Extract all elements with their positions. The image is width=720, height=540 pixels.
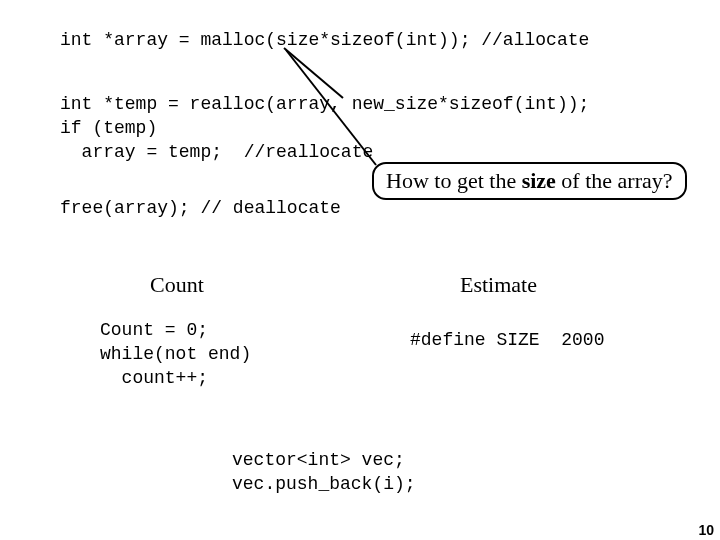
code-line-realloc-2: if (temp) <box>60 116 157 140</box>
code-vector-2: vec.push_back(i); <box>232 472 416 496</box>
svg-line-0 <box>284 48 343 98</box>
code-vector-1: vector<int> vec; <box>232 448 405 472</box>
code-estimate: #define SIZE 2000 <box>410 328 604 352</box>
callout-size-question: How to get the size of the array? <box>372 162 687 200</box>
code-line-realloc-3: array = temp; //reallocate <box>60 140 373 164</box>
page-number: 10 <box>698 522 714 538</box>
code-count-1: Count = 0; <box>100 318 208 342</box>
code-line-realloc-1: int *temp = realloc(array, new_size*size… <box>60 92 589 116</box>
callout-text-b: size <box>522 168 556 193</box>
callout-text-a: How to get the <box>386 168 522 193</box>
code-count-3: count++; <box>100 366 208 390</box>
callout-text-c: of the array? <box>556 168 673 193</box>
code-line-alloc: int *array = malloc(size*sizeof(int)); /… <box>60 28 589 52</box>
code-count-2: while(not end) <box>100 342 251 366</box>
heading-estimate: Estimate <box>460 272 537 298</box>
heading-count: Count <box>150 272 204 298</box>
code-line-free: free(array); // deallocate <box>60 196 341 220</box>
